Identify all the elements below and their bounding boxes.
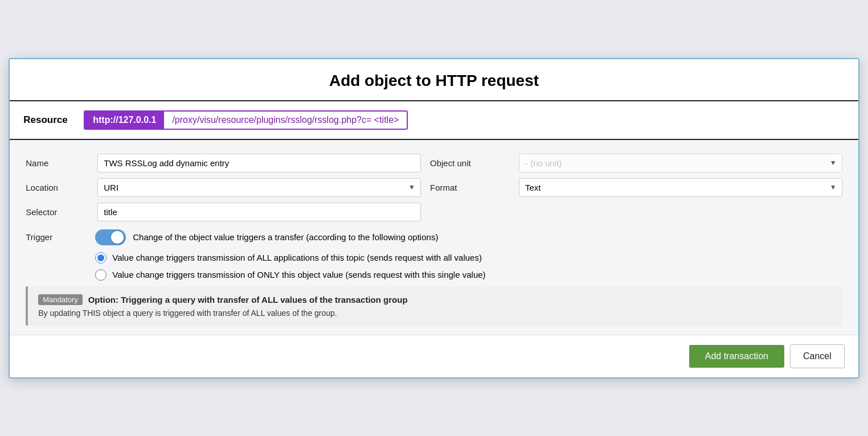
dialog: Add object to HTTP request Resource http… [9, 58, 859, 379]
location-wrapper: URI ▼ [97, 178, 421, 197]
object-unit-wrapper: - (no unit) ▼ [519, 154, 842, 172]
object-unit-select[interactable]: - (no unit) [519, 154, 842, 172]
info-box-header: Mandatory Option: Triggering a query wit… [38, 294, 832, 305]
add-transaction-button[interactable]: Add transaction [689, 345, 784, 368]
dialog-title: Add object to HTTP request [10, 59, 858, 101]
radio-all-input[interactable] [95, 252, 107, 264]
format-label: Format [430, 183, 510, 192]
trigger-text: Change of the object value triggers a tr… [133, 232, 438, 242]
form-row-2: Location URI ▼ Format Text ▼ [26, 178, 842, 197]
resource-label: Resource [23, 114, 75, 126]
resource-url[interactable]: http://127.0.0.1 /proxy/visu/resource/pl… [84, 110, 408, 130]
object-unit-label: Object unit [430, 158, 510, 168]
cancel-button[interactable]: Cancel [790, 344, 845, 368]
radio-row-2: Value change triggers transmission of ON… [95, 269, 842, 281]
form-row-1: Name Object unit - (no unit) ▼ [26, 154, 842, 172]
radio-only-input[interactable] [95, 269, 107, 281]
location-select[interactable]: URI [97, 178, 421, 197]
trigger-row: Trigger Change of the object value trigg… [26, 229, 842, 245]
resource-path: /proxy/visu/resource/plugins/rsslog/rssl… [164, 112, 407, 129]
info-box-title: Option: Triggering a query with transfer… [88, 295, 408, 305]
resource-bar: Resource http://127.0.0.1 /proxy/visu/re… [10, 101, 858, 140]
name-label: Name [26, 158, 88, 168]
location-label: Location [26, 183, 88, 192]
radio-only-label[interactable]: Value change triggers transmission of ON… [112, 270, 485, 279]
trigger-toggle[interactable] [95, 229, 126, 245]
selector-label: Selector [26, 207, 88, 217]
trigger-section: Trigger Change of the object value trigg… [26, 229, 842, 281]
format-select[interactable]: Text [519, 178, 842, 197]
radio-row-1: Value change triggers transmission of AL… [95, 252, 842, 264]
info-box: Mandatory Option: Triggering a query wit… [26, 286, 842, 326]
name-input[interactable] [97, 154, 421, 172]
form-body: Name Object unit - (no unit) ▼ Location … [10, 140, 858, 335]
dialog-footer: Add transaction Cancel [10, 335, 858, 377]
info-box-description: By updating THIS object a query is trigg… [38, 309, 832, 318]
resource-host: http://127.0.0.1 [85, 112, 164, 129]
radio-all-label[interactable]: Value change triggers transmission of AL… [112, 253, 482, 262]
selector-row: Selector [26, 203, 842, 221]
format-wrapper: Text ▼ [519, 178, 842, 197]
mandatory-badge: Mandatory [38, 294, 82, 305]
trigger-label: Trigger [26, 232, 88, 242]
selector-input[interactable] [97, 203, 421, 221]
